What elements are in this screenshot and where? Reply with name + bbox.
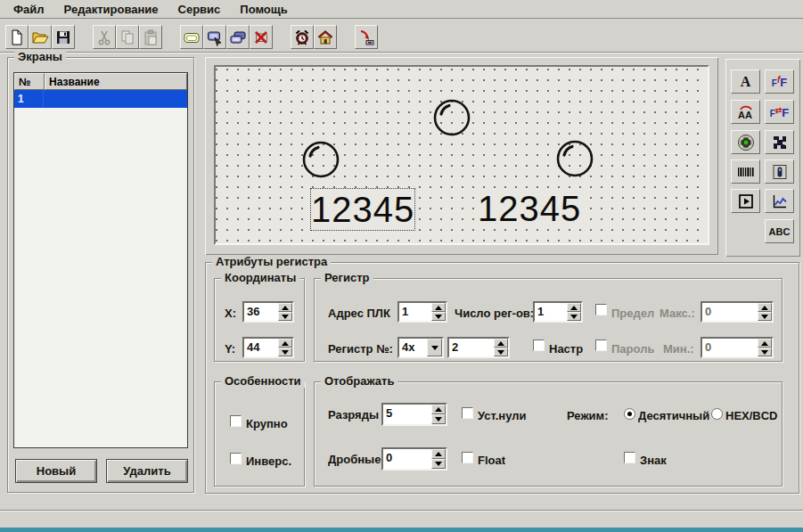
register-display-widget-selected[interactable]: 12345 [310, 188, 415, 231]
password-checkbox[interactable] [595, 340, 607, 351]
digits-spinner[interactable]: 5 [381, 403, 447, 426]
features-group: Особенности [214, 381, 305, 487]
plc-address-label: Адрес ПЛК [328, 307, 390, 320]
column-header-number[interactable]: № [14, 73, 45, 90]
screen-canvas[interactable]: 12345 12345 [214, 65, 709, 245]
spinner-buttons[interactable] [278, 303, 292, 321]
menu-edit[interactable]: Редактирование [54, 3, 168, 16]
tune-checkbox[interactable] [533, 340, 545, 351]
function-value-icon: FfF [772, 74, 787, 90]
register-number-spinner[interactable]: 2 [447, 337, 510, 358]
tool-static-text-button[interactable]: A [731, 70, 760, 94]
new-screen-button[interactable] [180, 25, 203, 49]
copy-button[interactable] [116, 25, 139, 49]
play-button-icon [737, 192, 755, 210]
tool-abc-text-button[interactable]: ABC [765, 219, 794, 243]
tool-pushbutton-button[interactable] [731, 189, 760, 213]
new-screen-list-button[interactable]: Новый [15, 459, 97, 483]
tool-dynamic-value-button[interactable]: F⇄F [765, 100, 794, 124]
spin-down-icon[interactable] [431, 414, 446, 424]
column-header-name[interactable]: Название [45, 73, 187, 90]
spin-up-icon[interactable] [494, 339, 508, 348]
spin-down-icon[interactable] [431, 459, 446, 469]
sign-checkbox[interactable] [624, 452, 635, 463]
decimal-radio[interactable] [624, 408, 635, 420]
statusbar-separator [0, 510, 803, 512]
register-count-spinner[interactable]: 1 [533, 301, 583, 323]
dropdown-arrow-icon[interactable] [427, 339, 442, 356]
x-coordinate-spinner[interactable]: 36 [242, 301, 294, 323]
menu-file[interactable]: Файл [4, 3, 54, 16]
screen-list-button[interactable] [226, 25, 250, 49]
menu-help[interactable]: Помощь [230, 3, 297, 16]
cut-button[interactable] [93, 25, 116, 49]
y-coordinate-spinner[interactable]: 44 [242, 337, 294, 358]
spin-up-icon[interactable] [567, 303, 581, 312]
fraction-spinner[interactable]: 0 [381, 447, 447, 471]
download-button[interactable] [355, 25, 378, 49]
spin-up-icon[interactable] [758, 303, 772, 312]
indicator-lamp-widget[interactable] [301, 140, 340, 179]
copy-icon [119, 29, 136, 46]
spin-up-icon[interactable] [758, 339, 772, 348]
inverse-checkbox[interactable] [230, 453, 242, 464]
indicator-lamp-widget[interactable] [555, 139, 594, 178]
screen-properties-button[interactable] [203, 25, 226, 49]
spin-down-icon[interactable] [567, 312, 581, 321]
min-value-spinner[interactable]: 0 [701, 337, 774, 358]
register-type-dropdown[interactable]: 4x [397, 337, 444, 358]
leading-zeros-checkbox[interactable] [462, 407, 473, 419]
paste-icon [142, 29, 160, 46]
static-text-icon: A [741, 74, 751, 90]
paste-button[interactable] [139, 25, 162, 49]
spin-down-icon[interactable] [758, 312, 772, 321]
screens-table[interactable]: № Название 1 [13, 72, 188, 448]
spin-up-icon[interactable] [431, 405, 446, 414]
limit-checkbox[interactable] [595, 304, 607, 315]
save-button[interactable] [52, 25, 75, 49]
home-button[interactable] [314, 25, 337, 49]
tool-lamp-button[interactable] [731, 130, 760, 154]
alarms-button[interactable] [291, 25, 314, 49]
menu-service[interactable]: Сервис [168, 3, 231, 16]
register-display-widget[interactable]: 12345 [478, 189, 581, 229]
new-document-icon [8, 29, 26, 46]
delete-screen-icon [252, 29, 270, 46]
plc-address-spinner[interactable]: 1 [397, 301, 447, 323]
open-file-button[interactable] [29, 25, 52, 49]
indicator-lamp-widget[interactable] [432, 98, 471, 137]
password-label: Пароль [611, 342, 654, 356]
tool-marquee-text-button[interactable]: АА [731, 100, 760, 124]
menu-bar: Файл Редактирование Сервис Помощь [0, 0, 803, 19]
tool-switch-button[interactable] [765, 160, 794, 184]
spin-down-icon[interactable] [758, 348, 772, 356]
max-value-spinner[interactable]: 0 [701, 301, 774, 323]
spin-up-icon[interactable] [431, 303, 446, 312]
new-file-button[interactable] [5, 25, 29, 49]
tool-image-button[interactable] [765, 130, 794, 154]
spin-down-icon[interactable] [494, 348, 508, 356]
spin-up-icon[interactable] [278, 303, 292, 312]
tool-function-value-button[interactable]: FfF [765, 70, 794, 94]
spin-down-icon[interactable] [278, 348, 292, 356]
spin-up-icon[interactable] [278, 339, 292, 348]
delete-screen-button[interactable] [250, 25, 273, 49]
new-screen-icon [183, 29, 201, 46]
float-checkbox[interactable] [462, 452, 473, 463]
trend-graph-icon [771, 192, 789, 210]
delete-screen-list-button[interactable]: Удалить [106, 459, 188, 483]
spin-down-icon[interactable] [278, 312, 292, 321]
cut-scissors-icon [95, 29, 113, 46]
abc-text-icon: ABC [769, 226, 791, 237]
tool-barcode-button[interactable] [731, 160, 760, 184]
screen-row-1[interactable]: 1 [14, 90, 187, 108]
spin-up-icon[interactable] [431, 449, 446, 459]
spin-down-icon[interactable] [431, 312, 446, 321]
spinner-buttons[interactable] [278, 339, 292, 356]
min-label: Мин.: [663, 342, 694, 356]
large-checkbox[interactable] [230, 415, 242, 427]
switch-icon [771, 163, 789, 181]
inverse-label: Инверс. [246, 454, 291, 468]
tool-trend-button[interactable] [765, 189, 794, 213]
hexbcd-radio[interactable] [711, 408, 723, 420]
